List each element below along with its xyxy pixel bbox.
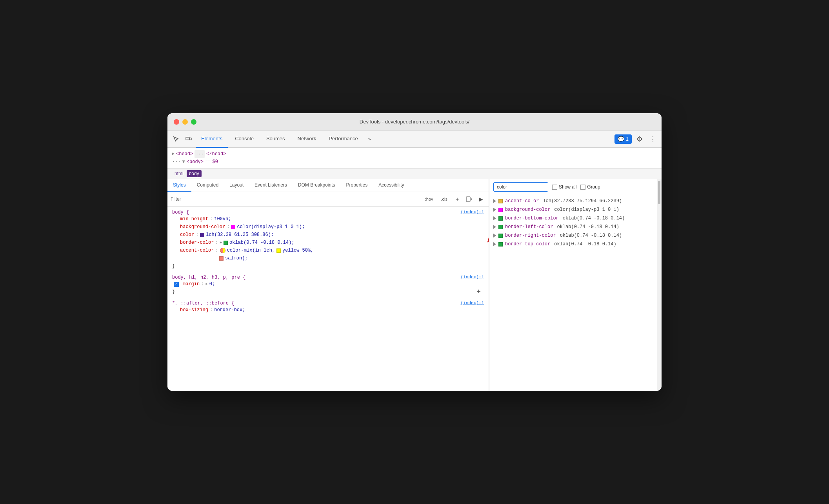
tab-computed[interactable]: Computed: [191, 179, 224, 192]
tab-network[interactable]: Network: [292, 131, 322, 148]
tab-console[interactable]: Console: [229, 131, 259, 148]
close-button[interactable]: [174, 119, 179, 125]
dom-eq: ==: [205, 158, 211, 166]
accent-color-prop-name: accent-color: [505, 198, 539, 204]
css-prop-value-min-height[interactable]: 100vh;: [214, 215, 231, 223]
toggle-element-state-icon[interactable]: ▶: [476, 194, 485, 204]
more-options-icon[interactable]: ⋮: [647, 134, 658, 145]
show-all-checkbox[interactable]: [552, 185, 557, 190]
filter-input[interactable]: [171, 196, 420, 202]
css-prop-accent-salmon: salmon);: [172, 254, 484, 262]
dom-head-row[interactable]: ▶ <head> ··· </head>: [172, 150, 657, 158]
border-left-swatch[interactable]: [498, 225, 503, 229]
accent-expand-arrow[interactable]: [493, 199, 496, 203]
border-swatch[interactable]: [224, 241, 228, 245]
dom-ellipsis[interactable]: ···: [195, 150, 205, 158]
bg-computed-swatch[interactable]: [498, 208, 503, 212]
css-rule-h1-header: body, h1, h2, h3, p, pre { (index):1: [172, 275, 484, 280]
computed-item-border-left-header[interactable]: border-left-color oklab(0.74 -0.18 0.14): [493, 224, 652, 230]
computed-item-border-right-header[interactable]: border-right-color oklab(0.74 -0.18 0.14…: [493, 233, 652, 238]
dom-body-row[interactable]: ··· ▼ <body> == $0: [172, 158, 657, 166]
border-top-prop-value: oklab(0.74 -0.18 0.14): [554, 241, 616, 247]
computed-item-border-right: border-right-color oklab(0.74 -0.18 0.14…: [489, 231, 657, 240]
css-prop-name-border[interactable]: border-color: [172, 239, 214, 247]
css-prop-border-color: border-color : ▶ oklab(0.74 -0.18 0.14);…: [172, 239, 484, 247]
margin-expand-arrow[interactable]: ▶: [205, 280, 207, 288]
device-toggle-icon[interactable]: [183, 134, 194, 145]
css-prop-name-margin[interactable]: margin: [180, 280, 200, 288]
css-prop-name-box-sizing[interactable]: box-sizing: [172, 306, 208, 314]
maximize-button[interactable]: [191, 119, 196, 125]
css-prop-value-bg[interactable]: color(display-p3 1 0 1);: [237, 223, 305, 231]
inspect-icon[interactable]: [171, 134, 182, 145]
bg-color-swatch[interactable]: [231, 225, 235, 229]
computed-item-accent-header[interactable]: accent-color lch(82.7238 75.1294 66.2239…: [493, 198, 652, 204]
css-prop-value-border[interactable]: oklab(0.74 -0.18 0.14);: [229, 239, 295, 247]
salmon-swatch[interactable]: [219, 256, 224, 261]
more-tabs-button[interactable]: »: [365, 134, 374, 143]
computed-item-background-color: background-color color(display-p3 1 0 1): [489, 205, 657, 214]
computed-item-bg-header[interactable]: background-color color(display-p3 1 0 1): [493, 207, 652, 212]
add-property-button[interactable]: +: [476, 288, 484, 296]
computed-item-border-bottom-header[interactable]: border-bottom-color oklab(0.74 -0.18 0.1…: [493, 216, 652, 221]
computed-item-border-top-header[interactable]: border-top-color oklab(0.74 -0.18 0.14): [493, 241, 652, 247]
bg-expand-arrow[interactable]: [493, 208, 496, 212]
border-top-expand-arrow[interactable]: [493, 242, 496, 246]
css-prop-min-height: min-height : 100vh;: [172, 215, 484, 223]
group-checkbox[interactable]: [580, 185, 585, 190]
css-prop-name-min-height[interactable]: min-height: [172, 215, 208, 223]
tab-dom-breakpoints[interactable]: DOM Breakpoints: [293, 179, 341, 192]
right-panel-scrollbar[interactable]: [657, 179, 662, 391]
accent-computed-swatch[interactable]: [498, 199, 503, 203]
border-right-swatch[interactable]: [498, 234, 503, 238]
css-prop-value-accent1[interactable]: color-mix(in lch,: [227, 247, 275, 254]
css-prop-value-margin[interactable]: 0;: [209, 280, 215, 288]
dom-dollar: $0: [212, 158, 218, 166]
breadcrumb-body[interactable]: body: [187, 170, 202, 177]
border-right-expand-arrow[interactable]: [493, 234, 496, 237]
tab-sources[interactable]: Sources: [261, 131, 291, 148]
css-prop-value-accent2[interactable]: yellow 50%,: [282, 247, 313, 254]
yellow-swatch[interactable]: [276, 248, 281, 253]
css-prop-name-accent[interactable]: accent-color: [172, 247, 214, 254]
css-source-body[interactable]: (index):1: [461, 210, 484, 214]
border-left-expand-arrow[interactable]: [493, 225, 496, 229]
add-style-icon[interactable]: +: [453, 194, 462, 204]
css-prop-value-box-sizing[interactable]: border-box;: [214, 306, 245, 314]
tab-elements[interactable]: Elements: [196, 131, 228, 148]
tab-performance[interactable]: Performance: [323, 131, 363, 148]
titlebar: DevTools - developer.chrome.com/tags/dev…: [167, 113, 662, 131]
cls-button[interactable]: .cls: [438, 196, 451, 203]
group-label[interactable]: Group: [580, 184, 600, 190]
computed-search-input[interactable]: [493, 182, 548, 192]
tab-styles[interactable]: Styles: [167, 179, 191, 192]
minimize-button[interactable]: [182, 119, 188, 125]
tab-properties[interactable]: Properties: [341, 179, 373, 192]
tab-accessibility[interactable]: Accessibility: [373, 179, 409, 192]
css-prop-value-color[interactable]: lch(32.39 61.25 308.86);: [206, 231, 274, 239]
settings-icon[interactable]: ⚙: [634, 134, 645, 145]
css-prop-name-color[interactable]: color: [172, 231, 194, 239]
border-bottom-swatch[interactable]: [498, 216, 503, 221]
border-bottom-expand-arrow[interactable]: [493, 216, 496, 220]
css-prop-value-salmon[interactable]: salmon);: [225, 254, 248, 262]
breadcrumb-html[interactable]: html: [172, 170, 186, 177]
tab-event-listeners[interactable]: Event Listeners: [249, 179, 293, 192]
accent-mix-swatch[interactable]: [220, 248, 225, 253]
dom-expand-arrow[interactable]: ▶: [172, 150, 175, 158]
color-swatch[interactable]: [200, 233, 204, 237]
scrollbar-thumb[interactable]: [658, 181, 660, 204]
border-top-swatch[interactable]: [498, 242, 503, 247]
new-style-rule-icon[interactable]: [464, 194, 474, 204]
notifications-badge[interactable]: 💬 1: [614, 134, 632, 144]
show-all-label[interactable]: Show all: [552, 184, 576, 190]
css-source-universal[interactable]: (index):1: [461, 301, 484, 305]
border-expand-arrow[interactable]: ▶: [220, 239, 222, 247]
css-selector-universal: *, ::after, ::before {: [172, 301, 234, 306]
tab-layout[interactable]: Layout: [224, 179, 249, 192]
css-source-h1[interactable]: (index):1: [461, 275, 484, 279]
margin-checkbox[interactable]: [174, 282, 179, 287]
css-prop-box-sizing: box-sizing : border-box;: [172, 306, 484, 314]
hov-button[interactable]: :hov: [422, 196, 436, 203]
css-prop-name-bg[interactable]: background-color: [172, 223, 225, 231]
